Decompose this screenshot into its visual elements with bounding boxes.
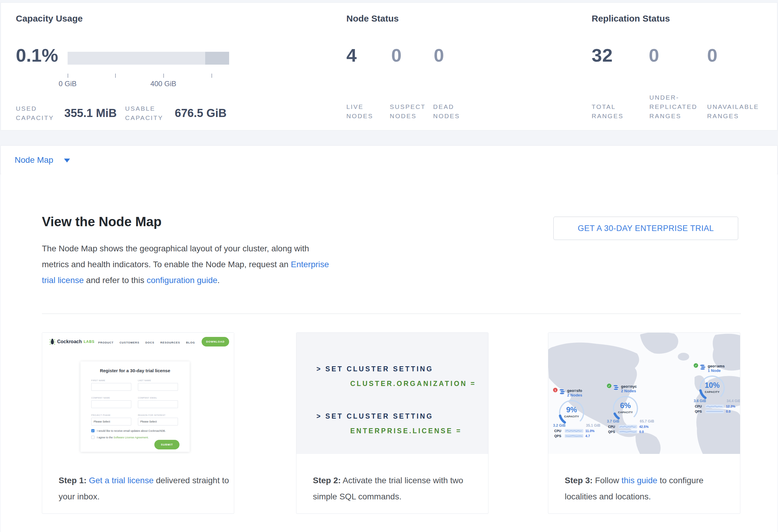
usable-capacity-label: USABLE CAPACITY [125,104,167,123]
sql-prompt: > [316,365,322,373]
capacity-percent: 6% [611,401,640,410]
caption-text: Follow [593,476,621,485]
capacity-total: 65.7 GiB [640,419,654,424]
trial-form-screenshot: Cockroach LABS PRODUCT CUSTOMERS DOCS RE… [42,333,234,454]
field-label: COMPANY EMAIL [138,397,157,399]
sql-setting: CLUSTER.ORGANIZATION = [350,380,476,388]
step1-label: Step 1: [59,476,86,485]
cpu-sparkline [565,429,583,433]
sql-commands-preview: > SET CLUSTER SETTING CLUSTER.ORGANIZATI… [296,333,488,454]
sql-prompt: > [316,412,322,420]
under-replicated-ranges-value: 0 [649,45,659,66]
caption-text [86,476,89,485]
nav-item: BLOG [186,341,195,344]
suspect-nodes-label: SUSPECT NODES [390,102,429,121]
axis-tick [68,74,68,78]
this-guide-link[interactable]: this guide [622,476,657,485]
submit-pill: SUBMIT [154,440,179,449]
axis-tick-label: 0 GiB [56,80,80,88]
node-map-view-label: Node Map [15,155,53,165]
suspect-nodes-value: 0 [391,45,402,66]
description-text: and refer to this [84,276,147,285]
qps-metric: QPS 4.7 [554,434,602,438]
node-status-title: Node Status [346,13,399,24]
description-text: . [218,276,220,285]
site-nav: PRODUCT CUSTOMERS DOCS RESOURCES BLOG [98,341,195,344]
nav-item: PRODUCT [98,341,114,344]
get-trial-license-link[interactable]: Get a trial license [89,476,153,485]
step2-card: > SET CLUSTER SETTING CLUSTER.ORGANIZATI… [296,332,488,514]
cpu-metric: CPU 11.0% [554,429,602,433]
ok-badge-icon: ✓ [694,363,698,368]
project-phase-select: Please Select [91,418,131,426]
qps-value: 0.0 [639,430,644,434]
optin-checkbox-row: ✓ I would like to receive email updates … [91,429,166,432]
sql-keyword: SET CLUSTER SETTING [322,365,433,373]
region-header: ✓ geo=ams 1 Node [694,364,740,373]
cpu-sparkline [705,404,724,408]
database-icon [613,384,619,391]
replication-status-panel: Replication Status 32 0 0 TOTAL RANGES U… [592,3,771,130]
step2-label: Step 2: [313,476,341,485]
error-badge-icon: 1 [553,388,557,392]
cpu-metric: CPU 12.3% [695,404,740,408]
capacity-label: CAPACITY [557,415,586,418]
capacity-percent: 10% [698,381,726,390]
used-capacity-label: USED CAPACITY [16,104,57,123]
capacity-axis: 0 GiB 400 GiB [68,74,229,91]
sql-line: > SET CLUSTER SETTING [316,412,434,421]
company-email-input [138,400,178,408]
logo-labs-text: LABS [84,339,95,344]
region-widget-sfo: 1 geo=sfo 2 Nodes [553,388,602,438]
step2-caption: Step 2: Activate the trial license with … [296,454,488,505]
reason-select: Please Select [138,418,178,426]
qps-label: QPS [554,434,563,438]
capacity-usage-bar [68,52,229,65]
qps-label: QPS [608,430,617,434]
form-title: Register for a 30-day trial license [80,368,189,373]
configuration-guide-link[interactable]: configuration guide [147,276,218,285]
cpu-label: CPU [695,404,703,408]
region-name: geo=ams [708,364,725,368]
cockroach-site-preview: Cockroach LABS PRODUCT CUSTOMERS DOCS RE… [42,333,234,454]
capacity-label: CAPACITY [611,411,640,414]
capacity-bar-other-segment [205,52,229,65]
capacity-gauge: 10% CAPACITY [698,374,726,402]
checkbox-checked-icon: ✓ [91,429,94,432]
company-name-input [91,400,131,408]
axis-tick [163,74,164,78]
region-nodes: 2 Nodes [567,393,582,398]
cpu-label: CPU [554,429,563,433]
total-ranges-label: TOTAL RANGES [592,102,628,121]
cpu-value: 11.0% [586,429,595,433]
qps-sparkline [705,409,724,413]
get-enterprise-trial-button[interactable]: GET A 30-DAY ENTERPRISE TRIAL [553,217,738,240]
region-widget-ams: ✓ geo=ams 1 Node [694,364,740,413]
qps-value: 0.0 [726,409,730,413]
cockroach-logo: Cockroach LABS [49,338,94,345]
cpu-value: 42.5% [639,425,648,429]
agree-checkbox-row: I agree to the Software License Agreemen… [91,436,149,439]
field-label: FIRST NAME [91,379,105,381]
node-map-view-dropdown[interactable]: Node Map [1,146,777,174]
capacity-gauge: 9% CAPACITY [557,398,586,427]
total-ranges-value: 32 [592,45,613,66]
nav-item: CUSTOMERS [120,341,139,344]
dead-nodes-label: DEAD NODES [433,102,466,121]
license-agreement-link: Software License Agreement. [114,436,149,439]
step1-card: Cockroach LABS PRODUCT CUSTOMERS DOCS RE… [42,332,234,514]
page-title: View the Node Map [42,214,161,229]
qps-sparkline [619,430,637,434]
logo-text: Cockroach [57,339,82,345]
step3-label: Step 3: [565,476,593,485]
region-nodes: 1 Node [708,368,725,373]
replication-status-labels: TOTAL RANGES UNDER-REPLICATED RANGES UNA… [592,88,771,121]
capacity-stats-row: USED CAPACITY 355.1 MiB USABLE CAPACITY … [16,104,227,123]
database-icon [700,364,706,370]
checkbox-empty-icon [91,436,94,439]
ok-badge-icon: ✓ [607,384,611,388]
axis-tick [115,74,116,78]
axis-tick-label: 400 GiB [145,80,181,88]
node-map-preview-image: 1 geo=sfo 2 Nodes [548,333,740,454]
trial-registration-form: Register for a 30-day trial license FIRS… [80,362,189,452]
